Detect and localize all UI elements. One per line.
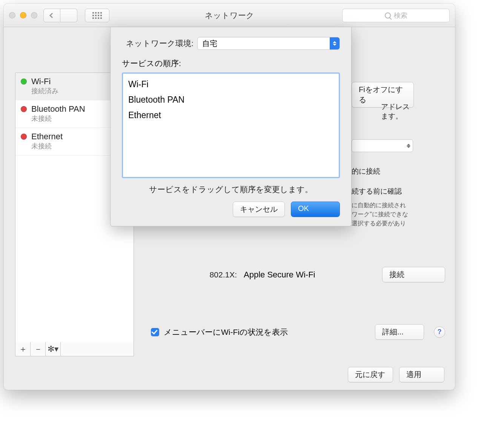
remove-service-button[interactable]: － xyxy=(31,342,46,356)
text-fragment: 続する前に確認 xyxy=(352,186,402,196)
chevron-left-icon xyxy=(49,12,54,18)
drag-hint: サービスをドラッグして順序を変更します。 xyxy=(122,184,340,195)
action-menu-button[interactable]: ✻▾ xyxy=(46,342,61,356)
text-fragment: アドレス xyxy=(381,102,410,112)
advanced-button[interactable]: 詳細... xyxy=(375,324,424,340)
network-prefpane-window: ネットワーク 検索 Wi-Fi 接続済み Bluetooth PAN 未接続 xyxy=(4,4,455,390)
cancel-button[interactable]: キャンセル xyxy=(233,202,285,217)
search-icon xyxy=(385,12,391,18)
add-service-button[interactable]: ＋ xyxy=(15,342,31,356)
titlebar: ネットワーク 検索 xyxy=(4,4,455,27)
traffic-lights xyxy=(9,12,37,18)
apply-button[interactable]: 適用 xyxy=(399,367,444,382)
network-name-popup[interactable] xyxy=(352,139,413,152)
value-8021x: Apple Secure Wi-Fi xyxy=(244,270,375,280)
service-name: Bluetooth PAN xyxy=(31,104,85,114)
search-input[interactable]: 検索 xyxy=(342,9,450,22)
nav-buttons xyxy=(43,9,77,22)
stepper-arrows-icon xyxy=(407,144,410,148)
service-name: Ethernet xyxy=(31,132,63,142)
help-icon: ? xyxy=(438,328,442,336)
status-led-icon xyxy=(21,134,27,140)
window-title: ネットワーク xyxy=(205,10,254,21)
status-led-icon xyxy=(21,106,27,112)
text-fragment: ます。 xyxy=(381,111,403,121)
nav-back-button[interactable] xyxy=(43,9,60,22)
menubar-row: メニューバーにWi-Fiの状況を表示 詳細... ? xyxy=(151,324,445,340)
footer-buttons: 元に戻す 適用 xyxy=(348,367,444,382)
menubar-checkbox[interactable] xyxy=(151,328,159,336)
location-label: ネットワーク環境: xyxy=(122,38,194,49)
minimize-button[interactable] xyxy=(20,12,26,18)
menubar-label: メニューバーにWi-Fiの状況を表示 xyxy=(164,327,288,337)
help-button[interactable]: ? xyxy=(434,326,445,338)
text-fragment: 的に接続 xyxy=(352,166,380,176)
show-all-button[interactable] xyxy=(85,9,109,22)
text-fragment: に自動的に接続され ワーク"に接続できな 選択する必要があり xyxy=(352,201,446,228)
zoom-button[interactable] xyxy=(31,12,37,18)
service-status: 未接続 xyxy=(31,142,63,151)
service-status: 未接続 xyxy=(31,114,85,123)
ok-button[interactable]: OK xyxy=(291,202,340,217)
service-status: 接続済み xyxy=(31,86,58,95)
search-placeholder: 検索 xyxy=(394,11,407,20)
order-item[interactable]: Wi-Fi xyxy=(128,77,334,92)
popup-arrows-icon xyxy=(330,37,340,49)
order-label: サービスの順序: xyxy=(122,58,340,69)
sidebar-footer: ＋ － ✻▾ xyxy=(15,342,134,356)
service-name: Wi-Fi xyxy=(31,77,58,86)
order-item[interactable]: Bluetooth PAN xyxy=(128,92,334,108)
label-8021x: 802.1X: xyxy=(145,270,237,279)
revert-button[interactable]: 元に戻す xyxy=(348,367,393,382)
service-order-list[interactable]: Wi-Fi Bluetooth PAN Ethernet xyxy=(122,72,340,178)
close-button[interactable] xyxy=(9,12,15,18)
row-8021x: 802.1X: Apple Secure Wi-Fi 接続 xyxy=(145,267,445,282)
connect-8021x-button[interactable]: 接続 xyxy=(382,267,445,282)
service-order-sheet: ネットワーク環境: 自宅 サービスの順序: Wi-Fi Bluetooth PA… xyxy=(110,27,352,226)
location-value: 自宅 xyxy=(202,38,217,49)
nav-forward-button[interactable] xyxy=(60,9,77,22)
gear-icon: ✻▾ xyxy=(48,344,58,354)
order-item[interactable]: Ethernet xyxy=(128,108,334,123)
location-popup[interactable]: 自宅 xyxy=(197,37,340,50)
status-led-icon xyxy=(21,79,27,85)
grid-icon xyxy=(92,12,102,19)
